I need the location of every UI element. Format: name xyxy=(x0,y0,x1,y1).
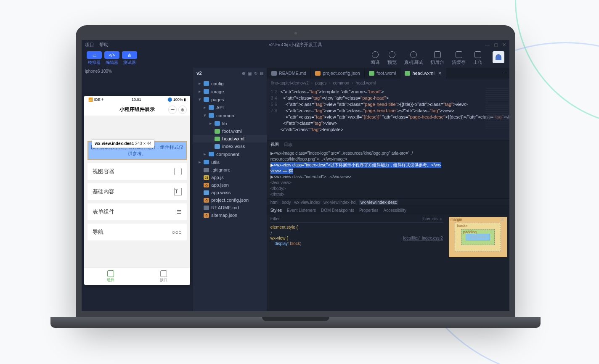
menu-project[interactable]: 项目 xyxy=(85,42,94,48)
tab-api[interactable]: 接口 xyxy=(137,268,190,285)
phone-preview: 📶 IDE ᯤ 10:01 🔵 100% ▮ 小程序组件展示 •••◎ wx-v… xyxy=(84,96,190,285)
file-item[interactable]: README.md xyxy=(193,204,266,211)
styles-tab[interactable]: Event Listeners xyxy=(287,208,316,213)
dom-crumb[interactable]: wx-view.index xyxy=(294,200,320,205)
dom-crumb[interactable]: body xyxy=(282,200,291,205)
dom-tree[interactable]: ▶<wx-image class="index-logo" src="../re… xyxy=(267,149,509,198)
close-tab-icon[interactable]: ✕ xyxy=(438,71,442,76)
folder-item[interactable]: ▾pages xyxy=(193,95,266,103)
bg-curve xyxy=(515,0,599,126)
list-item[interactable]: 表单组件☰ xyxy=(87,203,187,220)
styles-tabs: StylesEvent ListenersDOM BreakpointsProp… xyxy=(267,206,509,214)
compile-button[interactable]: 编译 xyxy=(371,51,380,66)
folder-item[interactable]: ▸lib xyxy=(193,119,266,127)
maximize-icon[interactable]: ▢ xyxy=(494,42,498,47)
code-editor[interactable]: 1 2 3 4 5 6 7 8 <"attr">class="tag">temp… xyxy=(267,87,509,140)
dom-crumb[interactable]: wx-view.index-desc xyxy=(359,200,398,205)
styles-tab[interactable]: Accessibility xyxy=(384,208,406,213)
file-item[interactable]: foot.wxml xyxy=(193,127,266,135)
minimize-icon[interactable]: — xyxy=(485,42,490,47)
list-item[interactable]: 导航○○○ xyxy=(87,224,187,240)
inspect-tooltip: wx-view.index-desc 240 × 44 xyxy=(92,139,154,148)
remote-debug-button[interactable]: 真机调试 xyxy=(404,51,423,66)
menubar: 项目 帮助 v2-FinClip小程序开发工具 — ▢ ✕ xyxy=(82,40,509,49)
hov-toggle[interactable]: :hov .cls ＋ xyxy=(422,216,443,222)
list-item[interactable]: 基础内容T xyxy=(87,183,187,200)
laptop-base xyxy=(50,317,541,328)
file-item[interactable]: {}sitemap.json xyxy=(193,211,266,219)
devtools-tab-elements[interactable]: 视图 xyxy=(270,142,279,148)
more-icon[interactable]: ••• xyxy=(168,106,177,114)
text-icon: T xyxy=(174,188,182,195)
laptop-frame: 项目 帮助 v2-FinClip小程序开发工具 — ▢ ✕ ▭模拟器 </>编辑… xyxy=(76,25,515,328)
styles-tab[interactable]: Styles xyxy=(270,208,282,213)
minimap[interactable] xyxy=(485,88,509,130)
folder-item[interactable]: ▸API xyxy=(193,103,266,111)
styles-tab[interactable]: DOM Breakpoints xyxy=(321,208,354,213)
more-tabs-icon[interactable]: ⋯ xyxy=(498,68,509,79)
dom-crumb[interactable]: html xyxy=(270,200,278,205)
editor-tab[interactable]: head.wxml✕ xyxy=(400,68,446,79)
clear-cache-button[interactable]: 清缓存 xyxy=(452,51,466,66)
menu-icon: ☰ xyxy=(177,209,182,215)
window-title: v2-FinClip小程序开发工具 xyxy=(269,42,322,48)
simulator-panel: iphone6 100% 📶 IDE ᯤ 10:01 🔵 100% ▮ 小程序组… xyxy=(82,68,193,311)
styles-tab[interactable]: Properties xyxy=(359,208,379,213)
breadcrumbs: fino-applet-demo-v2›pages›common›head.wx… xyxy=(267,79,509,87)
dom-crumb[interactable]: wx-view.index-hd xyxy=(323,200,355,205)
css-rules[interactable]: Filter :hov .cls ＋ element.style {}</spa… xyxy=(267,214,446,311)
file-item[interactable]: {}project.config.json xyxy=(193,196,266,204)
folder-item[interactable]: ▸component xyxy=(193,150,266,158)
breadcrumb-item[interactable]: common xyxy=(333,81,349,85)
file-item[interactable]: index.wxss xyxy=(193,142,266,150)
avatar[interactable] xyxy=(493,51,504,63)
dots-icon: ○○○ xyxy=(172,229,182,235)
toolbar: ▭模拟器 </>编辑器 ⫛测试器 编译 预览 真机调试 切后台 清缓存 上传 xyxy=(82,49,509,68)
breadcrumb-item[interactable]: fino-applet-demo-v2 xyxy=(271,81,309,85)
editor-tab[interactable]: README.md xyxy=(267,68,311,79)
simulator-button[interactable]: ▭模拟器 xyxy=(87,51,102,66)
list-item[interactable]: 视图容器 xyxy=(87,163,187,180)
box-model: margin10 border- padding- 240 × 44 xyxy=(446,214,509,311)
file-item[interactable]: head.wxml xyxy=(193,135,266,142)
editor-tab[interactable]: foot.wxml xyxy=(365,68,400,79)
editor-button[interactable]: </>编辑器 xyxy=(104,51,119,66)
editor-tabs: README.mdproject.config.jsonfoot.wxmlhea… xyxy=(267,68,509,79)
devtools-tab-console[interactable]: 日志 xyxy=(284,142,292,148)
container-icon xyxy=(174,168,182,175)
upload-button[interactable]: 上传 xyxy=(473,51,482,66)
close-icon[interactable]: ✕ xyxy=(502,42,506,47)
menu-help[interactable]: 帮助 xyxy=(99,42,109,48)
folder-item[interactable]: ▸config xyxy=(193,79,266,87)
breadcrumb-item[interactable]: pages xyxy=(315,81,326,85)
debugger-button[interactable]: ⫛测试器 xyxy=(122,51,137,66)
phone-statusbar: 📶 IDE ᯤ 10:01 🔵 100% ▮ xyxy=(84,96,190,103)
camera-dot xyxy=(294,32,297,34)
console-button[interactable]: 切后台 xyxy=(430,51,444,66)
new-file-icon[interactable]: ⊕ xyxy=(242,71,245,76)
breadcrumb-item[interactable]: head.wxml xyxy=(355,81,376,85)
editor-tab[interactable]: project.config.json xyxy=(311,68,365,79)
phone-header: 小程序组件展示 •••◎ xyxy=(84,103,190,116)
dom-breadcrumb[interactable]: htmlbodywx-view.indexwx-view.index-hdwx-… xyxy=(267,198,509,206)
tab-components[interactable]: 组件 xyxy=(84,268,137,285)
target-icon[interactable]: ◎ xyxy=(178,106,187,114)
collapse-icon[interactable]: ⊟ xyxy=(260,71,263,76)
file-item[interactable]: .gitignore xyxy=(193,166,266,174)
folder-item[interactable]: ▸image xyxy=(193,87,266,95)
file-item[interactable]: {}app.json xyxy=(193,181,266,189)
project-name: v2 xyxy=(196,71,201,76)
device-status: iphone6 100% xyxy=(82,68,193,75)
file-explorer: v2 ⊕ ▣ ↻ ⊟ ▸config▸image▾pages▸API▾commo… xyxy=(193,68,267,311)
preview-button[interactable]: 预览 xyxy=(387,51,397,66)
ide-window: 项目 帮助 v2-FinClip小程序开发工具 — ▢ ✕ ▭模拟器 </>编辑… xyxy=(82,40,509,311)
refresh-icon[interactable]: ↻ xyxy=(254,71,257,76)
editor-panel: README.mdproject.config.jsonfoot.wxmlhea… xyxy=(267,68,509,311)
filter-input[interactable]: Filter xyxy=(270,216,280,222)
new-folder-icon[interactable]: ▣ xyxy=(248,71,252,76)
file-item[interactable]: app.wxss xyxy=(193,189,266,196)
devtools: 视图 日志 ▶<wx-image class="index-logo" src=… xyxy=(267,140,509,311)
file-item[interactable]: JSapp.js xyxy=(193,174,266,181)
folder-item[interactable]: ▸utils xyxy=(193,158,266,166)
folder-item[interactable]: ▾common xyxy=(193,111,266,119)
